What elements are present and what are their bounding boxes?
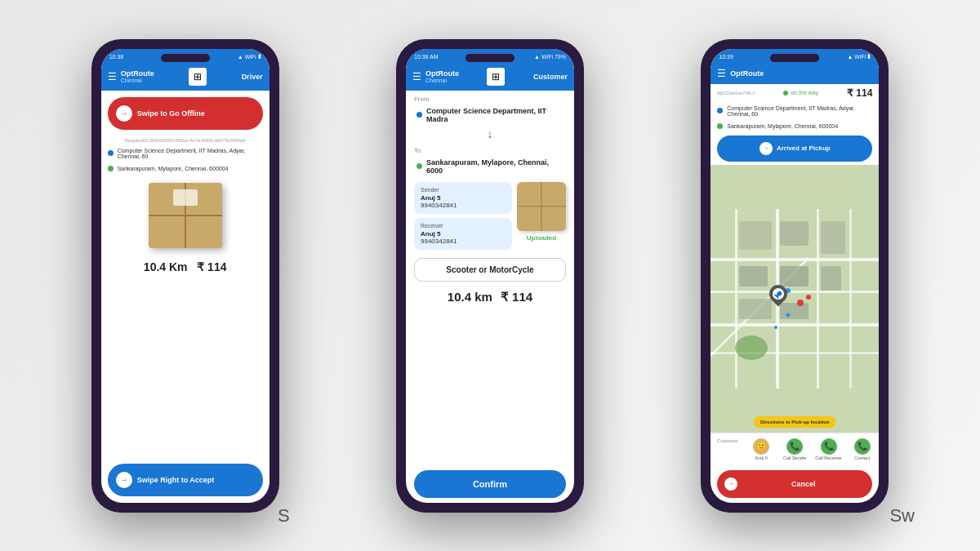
map-svg (710, 165, 879, 433)
dot-to-2 (416, 163, 422, 169)
tab-call-sender[interactable]: 📞 Call Sender (778, 437, 812, 462)
header-brand-1: OptRoute Chennai (121, 69, 154, 83)
swipe-accept-button[interactable]: → Swipe Right to Accept (108, 464, 263, 496)
arrived-circle: → (760, 142, 773, 155)
dist-price-2: 10.4 km ₹ 114 (406, 285, 574, 309)
dot-from-2 (416, 112, 422, 118)
customer-label-tab: Customer (717, 438, 738, 443)
qr-icon-1[interactable]: ⊞ (189, 68, 207, 86)
app-header-2: ☰ OptRoute Chennai ⊞ Customer (406, 64, 574, 91)
hamburger-icon[interactable]: ☰ (108, 71, 117, 82)
status-icons-2: ▲ WiFi 79% (534, 54, 566, 60)
on-way-dot (783, 91, 788, 96)
city-1: Chennai (121, 78, 154, 83)
phone-screen-customer: 10:38 AM ▲ WiFi 79% ☰ OptRoute Chennai ⊞ (406, 49, 574, 503)
tab-customer[interactable]: Customer (710, 437, 744, 462)
time-1: 10:38 (109, 54, 124, 60)
tab-avatar[interactable]: 🙂 Anuj 5 (745, 437, 778, 462)
cancel-button[interactable]: → Cancel (717, 470, 872, 498)
time-3: 10:39 (719, 54, 733, 60)
avatar-icon: 🙂 (753, 438, 769, 455)
dist-2: 10.4 km (448, 290, 492, 304)
arrived-label: Arrived at Pickup (777, 144, 831, 152)
confirm-label: Confirm (473, 479, 507, 489)
phone-map: 10:39 ▲ WiFi ▮ ☰ OptRoute frjtD2da4oe708… (701, 39, 889, 513)
call-sender-icon: 📞 (786, 438, 803, 455)
app-header-left-1: ☰ OptRoute Chennai (108, 69, 154, 83)
svg-rect-4 (735, 209, 737, 389)
sender-name: Anuj 5 (421, 194, 506, 202)
city-2: Chennai (425, 78, 459, 83)
status-icons-3: ▲ WiFi ▮ (847, 53, 871, 60)
svg-point-22 (806, 295, 811, 300)
brand-name-1: OptRoute (121, 69, 154, 78)
call-sender-label: Call Sender (783, 455, 807, 460)
to-label-2: To (406, 142, 574, 156)
to-text-3: Sankarapuram, Mylapore, Chennai, 600004 (727, 123, 838, 129)
price-1: ₹ 114 (197, 260, 226, 273)
cancel-circle: → (724, 478, 737, 491)
phone-notch-2 (466, 54, 514, 62)
from-text-2: Computer Science Department, IIT Madra (426, 107, 566, 123)
request-id: RequestID:2b61d2095-f83ad-4e7d-9d56-a697… (108, 138, 263, 143)
directions-pill[interactable]: Directions to Pick-up location (754, 416, 836, 428)
signal-icon-3: ▲ (847, 54, 853, 60)
svg-point-21 (797, 300, 804, 306)
swipe-offline-button[interactable]: → Swipe to Go Offline (108, 97, 263, 130)
svg-rect-12 (739, 266, 768, 287)
svg-rect-10 (780, 221, 808, 246)
qr-icon-2[interactable]: ⊞ (487, 68, 505, 86)
svg-point-19 (786, 313, 791, 317)
from-label-2: From (406, 91, 574, 104)
to-address-2: Sankarapuram, Mylapore, Chennai, 6000 (406, 156, 574, 177)
app-header-left-2: ☰ OptRoute Chennai (412, 69, 459, 83)
confirm-button[interactable]: Confirm (414, 470, 566, 498)
svg-rect-7 (849, 209, 852, 389)
status-icons-1: ▲ WiFi ▮ (238, 53, 261, 60)
header-brand-2: OptRoute Chennai (425, 69, 459, 83)
hamburger-icon-2[interactable]: ☰ (412, 71, 421, 82)
dot-to-1 (108, 166, 114, 171)
wifi-icon-3: WiFi (854, 54, 866, 60)
role-1: Driver (242, 73, 263, 81)
status-row-3: frjtD2da4oe708-2 on the way ₹ 114 (710, 84, 879, 102)
to-text-2: Sankarapuram, Mylapore, Chennai, 6000 (426, 158, 566, 175)
battery-icon-3: ▮ (867, 53, 871, 60)
tab-call-receiver[interactable]: 📞 Call Receiver (812, 437, 845, 462)
receiver-phone: 9940342841 (421, 238, 506, 245)
signal-icon-2: ▲ (534, 54, 540, 60)
dot-to-3 (717, 123, 723, 129)
map-area: 👤 Directions to Pick-up location (710, 165, 879, 433)
package-container-1 (101, 175, 270, 256)
svg-point-17 (735, 335, 768, 360)
sender-label: Sender (421, 187, 506, 193)
arrow-down: ↓ (406, 126, 574, 142)
from-text-3: Computer Science Department, IIT Madras,… (727, 105, 872, 117)
from-address-2: Computer Science Department, IIT Madra (406, 104, 574, 126)
receiver-label: Receiver (421, 223, 506, 229)
contact-icon: 📞 (854, 438, 871, 455)
app-header-3: ☰ OptRoute (710, 64, 879, 84)
swipe-accept-circle: → (116, 472, 132, 488)
role-2: Customer (533, 73, 568, 81)
dot-from-1 (108, 150, 114, 156)
from-address-1: Computer Science Department, IIT Madras,… (118, 148, 263, 159)
package-box-1 (149, 183, 222, 248)
contact-label: Contact (854, 455, 870, 460)
arrived-button[interactable]: → Arrived at Pickup (717, 136, 872, 162)
signal-icon: ▲ (238, 54, 243, 60)
phone-screen-driver: 10:38 ▲ WiFi ▮ ☰ OptRoute Chennai ⊞ Driv (101, 49, 270, 503)
swipe-circle: → (116, 105, 132, 122)
svg-rect-9 (739, 221, 772, 250)
cancel-label: Cancel (742, 480, 865, 488)
hamburger-icon-3[interactable]: ☰ (717, 68, 726, 79)
wifi-icon: WiFi (245, 54, 256, 60)
phone-screen-map: 10:39 ▲ WiFi ▮ ☰ OptRoute frjtD2da4oe708… (710, 49, 879, 503)
vehicle-type[interactable]: Scooter or MotorCycle (414, 258, 566, 282)
tab-contact[interactable]: 📞 Contact (845, 437, 879, 462)
phone-notch-3 (770, 54, 819, 62)
receiver-card: Receiver Anuj 5 9940342841 (414, 218, 512, 250)
svg-rect-6 (817, 209, 819, 389)
time-2: 10:38 AM (414, 54, 439, 60)
call-receiver-icon: 📞 (821, 438, 837, 455)
